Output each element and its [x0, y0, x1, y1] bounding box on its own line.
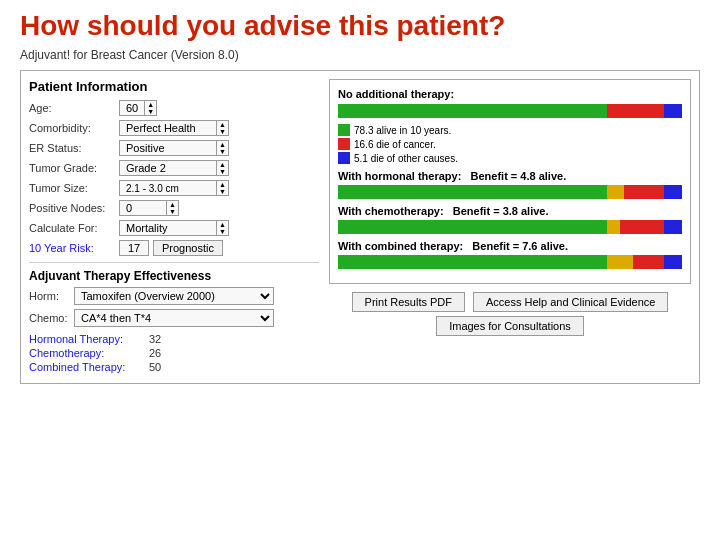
legend-other: 5.1 die of other causes.: [338, 152, 682, 164]
chemo-benefit-label: With chemotherapy: Benefit = 3.8 alive.: [338, 205, 682, 217]
grade-stepper-btns[interactable]: ▲ ▼: [216, 161, 228, 175]
calc-down-icon[interactable]: ▼: [217, 228, 228, 235]
hormonal-green-bar: [338, 185, 607, 199]
no-therapy-label: No additional therapy:: [338, 88, 682, 100]
page-subtitle: Adjuvant! for Breast Cancer (Version 8.0…: [20, 48, 700, 62]
content-area: Patient Information Age: 60 ▲ ▼ Comorbid…: [20, 70, 700, 384]
hormonal-red-bar: [624, 185, 665, 199]
images-button[interactable]: Images for Consultations: [436, 316, 584, 336]
comorbidity-down-icon[interactable]: ▼: [217, 128, 228, 135]
positive-nodes-row: Positive Nodes: 0 ▲ ▼: [29, 200, 319, 216]
page-title: How should you advise this patient?: [20, 10, 700, 42]
combined-stat-row: Combined Therapy: 50: [29, 361, 319, 373]
grade-down-icon[interactable]: ▼: [217, 168, 228, 175]
combined-benefit-label: With combined therapy: Benefit = 7.6 ali…: [338, 240, 682, 252]
comorbidity-stepper-btns[interactable]: ▲ ▼: [216, 121, 228, 135]
combined-yellow-bar: [607, 255, 633, 269]
calculate-for-label: Calculate For:: [29, 222, 119, 234]
adjuvant-therapy-title: Adjuvant Therapy Effectiveness: [29, 269, 319, 283]
size-up-icon[interactable]: ▲: [217, 181, 228, 188]
tumor-size-stepper[interactable]: 2.1 - 3.0 cm ▲ ▼: [119, 180, 229, 196]
hormonal-label-text: With hormonal therapy:: [338, 170, 461, 182]
er-status-label: ER Status:: [29, 142, 119, 154]
tumor-size-label: Tumor Size:: [29, 182, 119, 194]
legend-blue-color: [338, 152, 350, 164]
age-up-icon[interactable]: ▲: [145, 101, 156, 108]
chemo-stat-val: 26: [149, 347, 161, 359]
legend-red-color: [338, 138, 350, 150]
horm-label: Horm:: [29, 290, 74, 302]
hormonal-blue-bar: [664, 185, 682, 199]
chemo-label-text: With chemotherapy:: [338, 205, 444, 217]
nodes-up-icon[interactable]: ▲: [167, 201, 178, 208]
hormonal-benefit-text: Benefit = 4.8 alive.: [471, 170, 567, 182]
calculate-for-row: Calculate For: Mortality ▲ ▼: [29, 220, 319, 236]
right-panel: No additional therapy: 78.3 alive in 10 …: [329, 79, 691, 375]
legend-alive-text: 78.3 alive in 10 years.: [354, 125, 451, 136]
grade-up-icon[interactable]: ▲: [217, 161, 228, 168]
page: How should you advise this patient? Adju…: [0, 0, 720, 540]
age-down-icon[interactable]: ▼: [145, 108, 156, 115]
comorbidity-stepper[interactable]: Perfect Health ▲ ▼: [119, 120, 229, 136]
chemo-select[interactable]: CA*4 then T*4: [74, 309, 274, 327]
horm-row: Horm: Tamoxifen (Overview 2000): [29, 287, 319, 305]
year-risk-value: 17: [119, 240, 149, 256]
legend-alive: 78.3 alive in 10 years.: [338, 124, 682, 136]
print-pdf-button[interactable]: Print Results PDF: [352, 292, 465, 312]
chemo-label: Chemo:: [29, 312, 74, 324]
size-stepper-btns[interactable]: ▲ ▼: [216, 181, 228, 195]
comorbidity-up-icon[interactable]: ▲: [217, 121, 228, 128]
age-row: Age: 60 ▲ ▼: [29, 100, 319, 116]
legend-cancer: 16.6 die of cancer.: [338, 138, 682, 150]
prognostic-button[interactable]: Prognostic: [153, 240, 223, 256]
tumor-grade-row: Tumor Grade: Grade 2 ▲ ▼: [29, 160, 319, 176]
no-therapy-red-bar: [607, 104, 664, 118]
chemo-yellow-bar: [607, 220, 620, 234]
hormonal-benefit-label: With hormonal therapy: Benefit = 4.8 ali…: [338, 170, 682, 182]
age-value: 60: [120, 101, 144, 115]
bottom-row-2: Images for Consultations: [436, 316, 584, 336]
no-therapy-green-bar: [338, 104, 607, 118]
left-panel: Patient Information Age: 60 ▲ ▼ Comorbid…: [29, 79, 319, 375]
er-stepper-btns[interactable]: ▲ ▼: [216, 141, 228, 155]
chart-area: No additional therapy: 78.3 alive in 10 …: [329, 79, 691, 284]
comorbidity-label: Comorbidity:: [29, 122, 119, 134]
combined-stat-val: 50: [149, 361, 161, 373]
comorbidity-value: Perfect Health: [120, 121, 216, 135]
calc-stepper-btns[interactable]: ▲ ▼: [216, 221, 228, 235]
er-up-icon[interactable]: ▲: [217, 141, 228, 148]
access-help-button[interactable]: Access Help and Clinical Evidence: [473, 292, 668, 312]
legend-green-color: [338, 124, 350, 136]
hormonal-stat-val: 32: [149, 333, 161, 345]
tumor-size-value: 2.1 - 3.0 cm: [120, 182, 216, 195]
chemo-blue-bar: [664, 220, 682, 234]
tumor-grade-stepper[interactable]: Grade 2 ▲ ▼: [119, 160, 229, 176]
chemo-green-bar: [338, 220, 607, 234]
combined-benefit-text: Benefit = 7.6 alive.: [472, 240, 568, 252]
calc-up-icon[interactable]: ▲: [217, 221, 228, 228]
positive-nodes-stepper[interactable]: 0 ▲ ▼: [119, 200, 179, 216]
year-risk-label: 10 Year Risk:: [29, 242, 119, 254]
year-risk-row: 10 Year Risk: 17 Prognostic: [29, 240, 319, 256]
positive-nodes-value: 0: [120, 201, 166, 215]
er-status-value: Positive: [120, 141, 216, 155]
tumor-size-row: Tumor Size: 2.1 - 3.0 cm ▲ ▼: [29, 180, 319, 196]
therapy-stats: Hormonal Therapy: 32 Chemotherapy: 26 Co…: [29, 333, 319, 373]
combined-label-text: With combined therapy:: [338, 240, 463, 252]
chemo-stat-label: Chemotherapy:: [29, 347, 149, 359]
age-stepper-btns[interactable]: ▲ ▼: [144, 101, 156, 115]
calculate-for-stepper[interactable]: Mortality ▲ ▼: [119, 220, 229, 236]
tumor-grade-label: Tumor Grade:: [29, 162, 119, 174]
er-down-icon[interactable]: ▼: [217, 148, 228, 155]
er-status-stepper[interactable]: Positive ▲ ▼: [119, 140, 229, 156]
tumor-grade-value: Grade 2: [120, 161, 216, 175]
positive-nodes-label: Positive Nodes:: [29, 202, 119, 214]
no-therapy-blue-bar: [664, 104, 682, 118]
chart-legend: 78.3 alive in 10 years. 16.6 die of canc…: [338, 124, 682, 164]
calculate-for-value: Mortality: [120, 221, 216, 235]
size-down-icon[interactable]: ▼: [217, 188, 228, 195]
age-stepper[interactable]: 60 ▲ ▼: [119, 100, 157, 116]
nodes-stepper-btns[interactable]: ▲ ▼: [166, 201, 178, 215]
nodes-down-icon[interactable]: ▼: [167, 208, 178, 215]
horm-select[interactable]: Tamoxifen (Overview 2000): [74, 287, 274, 305]
